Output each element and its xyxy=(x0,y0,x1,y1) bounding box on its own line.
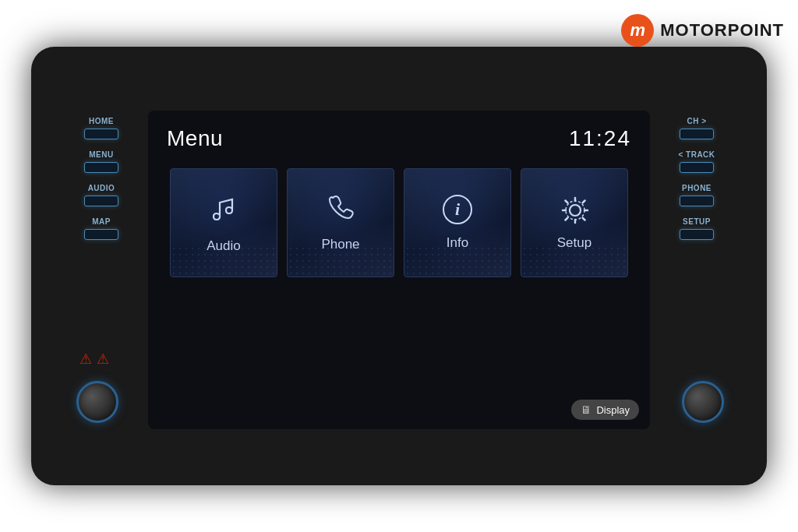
audio-tile-label: Audio xyxy=(207,238,240,254)
phone-hw-button[interactable] xyxy=(680,196,714,206)
motorpoint-letter: m xyxy=(630,20,646,41)
home-button-label: HOME xyxy=(89,117,114,125)
ch-button-label: CH > xyxy=(687,117,706,125)
screen-title: Menu xyxy=(167,126,223,151)
menu-button-label: MENU xyxy=(89,150,113,159)
ch-button[interactable] xyxy=(680,129,714,139)
phone-handset-icon xyxy=(327,193,355,226)
svg-point-0 xyxy=(570,205,581,216)
audio-button-group[interactable]: AUDIO xyxy=(84,184,118,206)
setup-hw-button[interactable] xyxy=(680,229,714,240)
setup-menu-tile[interactable]: Setup xyxy=(521,168,628,277)
setup-tile-label: Setup xyxy=(557,235,591,251)
motorpoint-logo: m MOTORPOINT xyxy=(621,14,784,47)
audio-button-label: AUDIO xyxy=(88,184,115,192)
menu-button[interactable] xyxy=(84,162,118,173)
home-button-group[interactable]: HOME xyxy=(84,117,118,139)
audio-menu-tile[interactable]: Audio xyxy=(170,168,277,277)
screen-header: Menu 11:24 xyxy=(167,126,631,151)
menu-button-group[interactable]: MENU xyxy=(84,150,118,173)
motorpoint-brand-name: MOTORPOINT xyxy=(660,20,784,41)
warning-icon-2: ⚠ xyxy=(97,351,109,368)
phone-hw-button-label: PHONE xyxy=(682,184,711,192)
warning-icon-1: ⚠ xyxy=(79,351,92,368)
phone-tile-label: Phone xyxy=(321,237,359,252)
info-menu-tile[interactable]: i Info xyxy=(404,168,511,277)
gear-settings-icon xyxy=(560,195,589,224)
map-button-label: MAP xyxy=(92,217,111,226)
info-circle-icon: i xyxy=(443,195,472,224)
left-control-panel: HOME MENU AUDIO MAP xyxy=(70,117,132,240)
tune-scroll-knob[interactable] xyxy=(682,381,724,423)
main-display-screen: Menu 11:24 Audio xyxy=(148,111,650,429)
svg-point-1 xyxy=(566,201,584,220)
info-tile-label: Info xyxy=(447,235,468,251)
track-button[interactable] xyxy=(680,162,714,173)
power-volume-knob[interactable] xyxy=(76,381,118,423)
display-button[interactable]: 🖥 Display xyxy=(571,400,639,420)
ch-button-group[interactable]: CH > xyxy=(680,117,714,139)
screen-time: 11:24 xyxy=(569,126,631,151)
display-button-label: Display xyxy=(596,404,630,416)
home-button[interactable] xyxy=(84,129,118,139)
display-monitor-icon: 🖥 xyxy=(581,403,591,416)
map-button-group[interactable]: MAP xyxy=(84,217,118,240)
right-control-panel: CH > < TRACK PHONE SETUP xyxy=(666,117,728,240)
map-button[interactable] xyxy=(84,229,118,240)
setup-hw-button-group[interactable]: SETUP xyxy=(680,217,714,240)
menu-grid: Audio Phone i Info xyxy=(167,168,631,277)
track-button-label: < TRACK xyxy=(678,150,715,159)
car-infotainment-unit: HOME MENU AUDIO MAP ⚠ ⚠ POWERVOLUME CH > xyxy=(31,47,767,485)
info-letter: i xyxy=(455,201,460,218)
warning-indicators: ⚠ ⚠ xyxy=(79,351,109,368)
track-button-group[interactable]: < TRACK xyxy=(678,150,715,173)
setup-hw-button-label: SETUP xyxy=(683,217,711,226)
motorpoint-circle-logo: m xyxy=(621,14,654,47)
phone-hw-button-group[interactable]: PHONE xyxy=(680,184,714,206)
phone-menu-tile[interactable]: Phone xyxy=(287,168,394,277)
audio-button[interactable] xyxy=(84,196,118,206)
music-note-icon xyxy=(209,192,238,227)
